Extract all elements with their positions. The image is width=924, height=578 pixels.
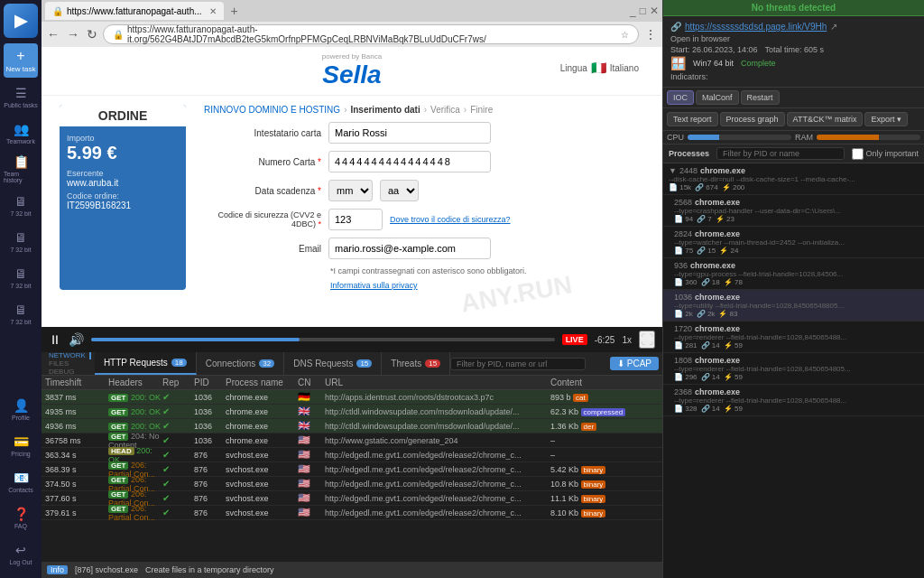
tab-malconf[interactable]: MalConf (696, 90, 739, 105)
network-filter-input[interactable] (450, 358, 586, 370)
cell-proc-8: svchost.exe (226, 508, 298, 517)
input-carta[interactable] (328, 151, 491, 172)
sidebar-item-vm2[interactable]: 🖥 7 32 bit (4, 224, 38, 258)
table-row[interactable]: 4935 ms GET 200: OK ✔ 1036 chrome.exe 🇬🇧… (42, 405, 662, 419)
cell-method-8: GET 206: Partial Con... (108, 504, 162, 522)
refresh-button[interactable]: ↻ (85, 25, 99, 43)
breadcrumb-step1[interactable]: RINNOVO DOMINIO E HOSTING (204, 105, 340, 115)
process-name-1: chrome.exe (695, 198, 740, 207)
sidebar-item-vm1[interactable]: 🖥 7 32 bit (4, 188, 38, 222)
rp-url-row: 🔗 https://ssssssdsdsd.page.link/V9Hh ↗ (670, 22, 917, 32)
process-args-3: --type=gpu-process --field-trial-handle=… (674, 270, 909, 278)
list-item[interactable]: ▼ 2448 chrome.exe --disk-cache-dir=null … (663, 163, 924, 195)
tab-connections[interactable]: Connections 32 (197, 352, 285, 375)
only-important-check[interactable]: Only important (852, 148, 919, 160)
browser-close-button[interactable]: ✕ (650, 5, 659, 17)
tab-restart[interactable]: Restart (741, 90, 780, 105)
url-text: https://www.fatturanopagat-auth-it.org/5… (127, 24, 614, 44)
cell-rep-1: ✔ (162, 406, 194, 416)
new-task-button[interactable]: + New task (4, 43, 38, 78)
process-stats-2: 📄 75 🔗 15 ⚡ 24 (674, 247, 919, 255)
play-pause-button[interactable]: ⏸ (49, 332, 61, 347)
sidebar-item-profile[interactable]: 👤 Profile (4, 392, 38, 426)
select-year[interactable]: aa (380, 180, 419, 201)
sidebar-item-vm4[interactable]: 🖥 7 32 bit (4, 296, 38, 331)
browser-minimize-button[interactable]: _ (630, 5, 636, 17)
sidebar-item-teamwork[interactable]: 👥 Teamwork (4, 116, 38, 150)
dns-count-badge: 15 (356, 359, 372, 368)
browser-tab-active[interactable]: 🔒 https://www.fatturanopagat-auth... ✕ (45, 2, 224, 20)
process-stats-7: 📄 328 🔗 14 ⚡ 59 (674, 405, 919, 413)
attck-matrix-button[interactable]: ATT&CK™ matrix (787, 112, 864, 126)
tab-dns-requests[interactable]: DNS Requests 15 (284, 352, 382, 375)
table-header: Timeshift Headers Rep PID Process name C… (42, 376, 662, 390)
menu-button[interactable]: ⋮ (642, 25, 659, 43)
back-button[interactable]: ← (45, 25, 61, 43)
export-button[interactable]: Export ▾ (864, 112, 908, 126)
sidebar-item-vm3[interactable]: 🖥 7 32 bit (4, 260, 38, 294)
rp-url-text[interactable]: https://ssssssdsdsd.page.link/V9Hh (685, 22, 827, 32)
info-button[interactable]: Info (47, 565, 68, 574)
pcap-download-button[interactable]: ⬇ PCAP (610, 357, 659, 370)
cpu-label: CPU (667, 133, 684, 142)
col-headers: Headers (108, 378, 162, 387)
select-month[interactable]: mm (328, 180, 373, 201)
list-item[interactable]: 2568 chrome.exe --type=crashpad-handler … (663, 195, 924, 227)
language-selector[interactable]: Lingua 🇮🇹 Italiano (560, 61, 639, 75)
important-checkbox[interactable] (852, 148, 864, 160)
breadcrumb-step2: Inserimento dati (350, 105, 420, 115)
cell-content-0: 893 b cat (550, 393, 659, 402)
tab-threats[interactable]: Threats 15 (382, 352, 450, 375)
list-item[interactable]: 1808 chrome.exe --type=renderer --field-… (663, 353, 924, 385)
stat-conn-0: 🔗 674 (695, 183, 718, 191)
form-row-carta: Numero Carta * (204, 151, 644, 172)
processes-header: Processes Only important (663, 144, 924, 163)
input-intestatario[interactable] (328, 122, 491, 144)
list-item[interactable]: 936 chrome.exe --type=gpu-process --fiel… (663, 258, 924, 290)
tab-http-requests[interactable]: HTTP Requests 18 (95, 352, 197, 375)
tab-close-button[interactable]: ✕ (209, 6, 217, 16)
sidebar-item-public-tasks[interactable]: ☰ Public tasks (4, 79, 38, 114)
privacy-link[interactable]: Informativa sulla privacy (330, 281, 418, 290)
new-tab-button[interactable]: + (226, 2, 244, 20)
list-item[interactable]: 1720 chrome.exe --type=renderer --field-… (663, 322, 924, 353)
sidebar-item-logout[interactable]: ↩ Log Out (4, 536, 38, 571)
address-bar[interactable]: 🔒 https://www.fatturanopagat-auth-it.org… (103, 24, 639, 44)
open-in-label: Open in browser (670, 34, 917, 43)
process-filter-input[interactable] (716, 147, 845, 160)
fullscreen-button[interactable]: ⛶ (639, 331, 655, 349)
volume-button[interactable]: 🔊 (69, 332, 84, 347)
progress-bar[interactable] (91, 338, 555, 341)
input-email[interactable] (328, 238, 491, 259)
stat-files-7: 📄 328 (674, 405, 698, 413)
input-cvv[interactable] (328, 209, 383, 230)
process-pid-2: 2824 (674, 229, 692, 238)
process-graph-button[interactable]: Process graph (720, 112, 785, 126)
cvv-help-link[interactable]: Dove trovo il codice di sicurezza? (390, 215, 511, 224)
forward-button[interactable]: → (65, 25, 81, 43)
browser-maximize-button[interactable]: □ (640, 5, 646, 17)
list-item[interactable]: 2824 chrome.exe --type=watcher --main-th… (663, 227, 924, 258)
table-row[interactable]: 379.61 s GET 206: Partial Con... ✔ 876 s… (42, 506, 662, 520)
vm3-label: 7 32 bit (11, 283, 32, 289)
bookmark-icon[interactable]: ☆ (621, 30, 629, 40)
text-report-button[interactable]: Text report (667, 112, 718, 126)
table-row[interactable]: 3837 ms GET 200: OK ✔ 1036 chrome.exe 🇩🇪… (42, 390, 662, 405)
debug-tab-label[interactable]: DEBUG (45, 368, 91, 376)
expand-icon-0: ▼ (669, 166, 677, 175)
stat-cpu-0: ⚡ 200 (722, 183, 745, 191)
files-tab-label[interactable]: FILES (45, 359, 91, 368)
order-code: IT2599B168231 (67, 200, 179, 210)
list-item[interactable]: 1036 chrome.exe --type=utility --field-t… (663, 290, 924, 322)
sidebar-item-faq[interactable]: ❓ FAQ (4, 500, 38, 535)
sidebar-item-contacts[interactable]: 📧 Contacts (4, 464, 38, 499)
cell-method-1: GET 200: OK (108, 407, 162, 416)
sidebar-item-team-history[interactable]: 📋 Team history (4, 152, 38, 186)
cell-cn-0: 🇩🇪 (298, 391, 325, 403)
list-item[interactable]: 2368 chrome.exe --type=renderer --field-… (663, 385, 924, 416)
cell-url-5: http://edgedl.me.gvt1.com/edged/release2… (325, 465, 550, 474)
sidebar-item-pricing[interactable]: 💳 Pricing (4, 428, 38, 462)
tab-ioc[interactable]: IOC (667, 90, 694, 105)
network-tab-label[interactable]: NETWORK (45, 352, 91, 359)
cell-content-2: 1.36 Kb der (550, 422, 659, 431)
